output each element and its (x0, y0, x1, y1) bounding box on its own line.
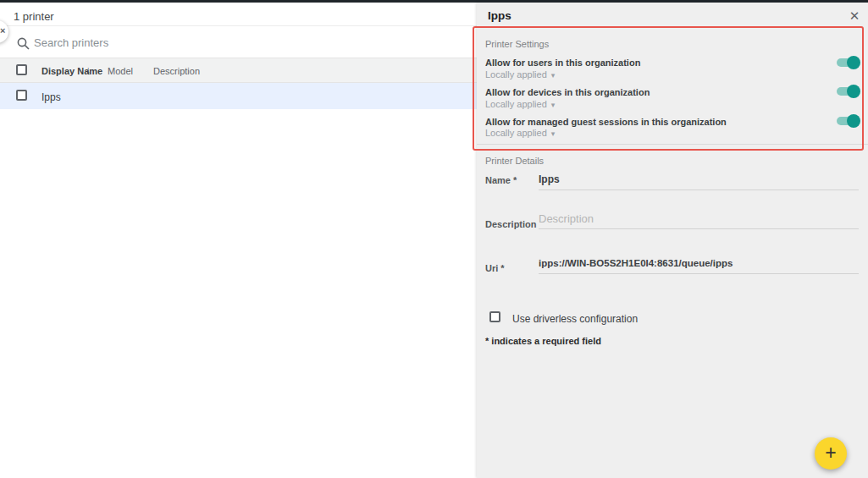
select-all-checkbox[interactable] (16, 64, 27, 75)
printer-list-panel: 1 printer Display Name ↓ Model Descripti… (0, 3, 477, 478)
search-input[interactable] (32, 32, 456, 52)
description-field[interactable] (539, 212, 859, 229)
toggle-knob (847, 56, 860, 69)
column-header-display-name[interactable]: Display Name (41, 66, 102, 77)
toggle-allow-guest-sessions[interactable] (837, 115, 859, 127)
name-field-label: Name * (485, 175, 517, 186)
printer-details-section-title: Printer Details (485, 156, 544, 167)
toggle-label-devices: Allow for devices in this organization (485, 87, 650, 98)
panel-title: Ipps (488, 9, 511, 23)
uri-field[interactable] (539, 256, 859, 274)
toggle-label-users: Allow for users in this organization (485, 58, 640, 69)
printer-count-label: 1 printer (14, 10, 54, 24)
dropdown-arrow-icon: ▾ (551, 129, 556, 138)
chip-close-icon: × (0, 25, 5, 36)
row-checkbox[interactable] (16, 90, 27, 101)
policy-dropdown-guest-sessions[interactable]: Locally applied▾ (485, 128, 555, 139)
add-printer-button[interactable]: + (815, 437, 847, 470)
toggle-knob (847, 85, 860, 98)
driverless-config-label: Use driverless configuration (512, 313, 638, 325)
toggle-allow-devices[interactable] (837, 85, 859, 97)
divider (477, 144, 868, 145)
policy-dropdown-devices[interactable]: Locally applied▾ (485, 99, 555, 110)
dropdown-arrow-icon: ▾ (551, 71, 556, 80)
policy-dropdown-users[interactable]: Locally applied▾ (485, 69, 555, 80)
table-row-printer[interactable]: Ipps (0, 83, 477, 109)
close-icon[interactable]: ✕ (846, 8, 863, 25)
sort-arrow-icon[interactable]: ↓ (86, 64, 91, 76)
app-window: 1 printer Display Name ↓ Model Descripti… (0, 0, 868, 478)
driverless-config-checkbox[interactable] (489, 311, 500, 322)
uri-field-label: Uri * (485, 263, 505, 274)
dropdown-arrow-icon: ▾ (551, 101, 556, 109)
search-icon (17, 37, 30, 50)
name-field[interactable] (539, 172, 859, 190)
printer-detail-panel: Ipps ✕ Printer Settings Allow for users … (477, 3, 868, 478)
add-icon: + (825, 442, 836, 464)
printer-settings-section-title: Printer Settings (485, 39, 549, 50)
toggle-allow-users[interactable] (837, 57, 859, 69)
description-field-label: Description (485, 219, 537, 230)
search-bar (0, 26, 477, 58)
toggle-label-guest-sessions: Allow for managed guest sessions in this… (485, 117, 727, 128)
toggle-knob (847, 114, 860, 128)
column-header-model[interactable]: Model (108, 66, 133, 77)
column-header-description[interactable]: Description (153, 66, 200, 77)
printer-name-cell[interactable]: Ipps (41, 91, 61, 103)
table-header-row: Display Name ↓ Model Description (0, 58, 477, 83)
required-field-note: * indicates a required field (485, 336, 601, 347)
